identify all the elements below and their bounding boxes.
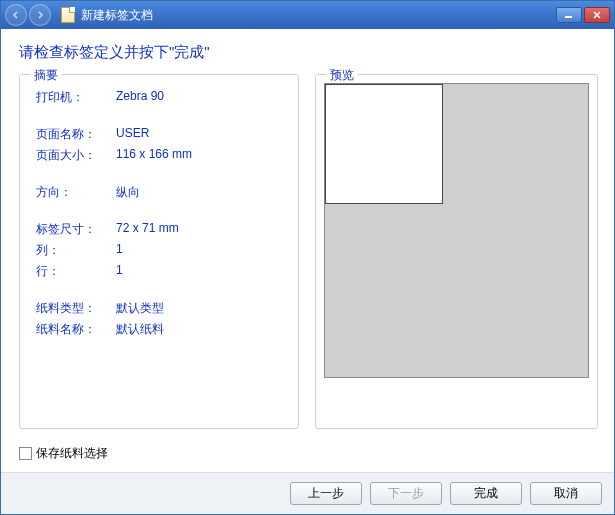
label-stock-type: 纸料类型： (36, 300, 108, 317)
close-button[interactable] (584, 7, 610, 23)
value-orientation: 纵向 (116, 184, 286, 201)
preview-title: 预览 (326, 67, 358, 84)
titlebar: 新建标签文档 (1, 1, 614, 29)
window-controls (556, 7, 610, 23)
value-printer: Zebra 90 (116, 89, 286, 106)
label-orientation: 方向： (36, 184, 108, 201)
minimize-button[interactable] (556, 7, 582, 23)
document-icon (61, 7, 75, 23)
button-bar: 上一步 下一步 完成 取消 (1, 472, 614, 514)
summary-groupbox: 摘要 打印机： Zebra 90 页面名称： USER 页面大小： 116 x … (19, 74, 299, 429)
value-stock-type: 默认类型 (116, 300, 286, 317)
preview-canvas (324, 83, 589, 378)
preview-groupbox: 预览 (315, 74, 598, 429)
value-label-size: 72 x 71 mm (116, 221, 286, 238)
preview-label-rect (325, 84, 443, 204)
instruction-text: 请检查标签定义并按下"完成" (19, 43, 598, 62)
label-printer: 打印机： (36, 89, 108, 106)
save-stock-label: 保存纸料选择 (36, 445, 108, 462)
label-label-size: 标签尺寸： (36, 221, 108, 238)
save-stock-checkbox[interactable]: 保存纸料选择 (19, 445, 598, 462)
svg-rect-0 (565, 16, 572, 18)
finish-button[interactable]: 完成 (450, 482, 522, 505)
label-page-size: 页面大小： (36, 147, 108, 164)
label-stock-name: 纸料名称： (36, 321, 108, 338)
panels: 摘要 打印机： Zebra 90 页面名称： USER 页面大小： 116 x … (19, 74, 598, 429)
forward-nav-button[interactable] (29, 4, 51, 26)
summary-grid: 打印机： Zebra 90 页面名称： USER 页面大小： 116 x 166… (36, 89, 286, 338)
summary-title: 摘要 (30, 67, 62, 84)
dialog-window: 新建标签文档 请检查标签定义并按下"完成" 摘要 打印机： Zebra 90 页… (0, 0, 615, 515)
label-rows: 行： (36, 263, 108, 280)
cancel-button[interactable]: 取消 (530, 482, 602, 505)
value-rows: 1 (116, 263, 286, 280)
back-button[interactable]: 上一步 (290, 482, 362, 505)
value-page-size: 116 x 166 mm (116, 147, 286, 164)
label-page-name: 页面名称： (36, 126, 108, 143)
window-title: 新建标签文档 (81, 7, 153, 24)
next-button: 下一步 (370, 482, 442, 505)
dialog-body: 请检查标签定义并按下"完成" 摘要 打印机： Zebra 90 页面名称： US… (1, 29, 614, 472)
back-nav-button[interactable] (5, 4, 27, 26)
value-columns: 1 (116, 242, 286, 259)
value-page-name: USER (116, 126, 286, 143)
value-stock-name: 默认纸料 (116, 321, 286, 338)
checkbox-icon (19, 447, 32, 460)
label-columns: 列： (36, 242, 108, 259)
